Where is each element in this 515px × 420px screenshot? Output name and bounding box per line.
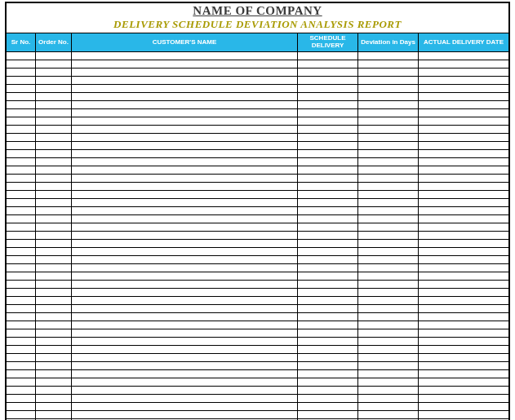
table-cell[interactable] — [7, 248, 36, 255]
table-cell[interactable] — [36, 232, 72, 239]
table-cell[interactable] — [7, 142, 36, 149]
table-cell[interactable] — [72, 354, 298, 361]
table-cell[interactable] — [36, 240, 72, 247]
table-cell[interactable] — [72, 378, 298, 386]
table-cell[interactable] — [7, 346, 36, 353]
table-cell[interactable] — [298, 207, 358, 214]
table-cell[interactable] — [72, 85, 298, 92]
table-cell[interactable] — [419, 158, 508, 166]
table-cell[interactable] — [358, 362, 419, 369]
table-cell[interactable] — [36, 77, 72, 84]
table-cell[interactable] — [7, 354, 36, 361]
table-cell[interactable] — [7, 378, 36, 386]
table-cell[interactable] — [358, 240, 419, 247]
table-cell[interactable] — [419, 215, 508, 223]
table-cell[interactable] — [358, 395, 419, 402]
table-cell[interactable] — [419, 52, 508, 60]
table-cell[interactable] — [7, 191, 36, 198]
table-cell[interactable] — [358, 93, 419, 100]
table-cell[interactable] — [36, 52, 72, 60]
table-cell[interactable] — [7, 272, 36, 280]
table-cell[interactable] — [358, 370, 419, 378]
table-cell[interactable] — [358, 256, 419, 263]
table-cell[interactable] — [298, 329, 358, 337]
table-cell[interactable] — [36, 69, 72, 76]
table-cell[interactable] — [72, 134, 298, 141]
table-cell[interactable] — [358, 69, 419, 76]
table-cell[interactable] — [298, 395, 358, 402]
table-cell[interactable] — [36, 223, 72, 231]
table-cell[interactable] — [298, 60, 358, 68]
table-cell[interactable] — [358, 403, 419, 410]
table-cell[interactable] — [419, 378, 508, 386]
table-cell[interactable] — [298, 85, 358, 92]
table-cell[interactable] — [298, 93, 358, 100]
table-cell[interactable] — [419, 321, 508, 329]
table-cell[interactable] — [298, 387, 358, 394]
table-cell[interactable] — [72, 52, 298, 60]
table-cell[interactable] — [358, 321, 419, 329]
table-cell[interactable] — [419, 272, 508, 280]
table-cell[interactable] — [36, 126, 72, 133]
table-cell[interactable] — [72, 272, 298, 280]
table-cell[interactable] — [358, 411, 419, 418]
table-cell[interactable] — [358, 109, 419, 117]
table-cell[interactable] — [298, 215, 358, 223]
table-cell[interactable] — [72, 223, 298, 231]
table-cell[interactable] — [7, 77, 36, 84]
table-cell[interactable] — [298, 69, 358, 76]
table-cell[interactable] — [419, 101, 508, 108]
table-cell[interactable] — [298, 117, 358, 125]
table-cell[interactable] — [36, 313, 72, 321]
table-cell[interactable] — [358, 60, 419, 68]
table-cell[interactable] — [72, 60, 298, 68]
table-cell[interactable] — [7, 207, 36, 214]
table-cell[interactable] — [7, 158, 36, 166]
table-cell[interactable] — [36, 215, 72, 223]
table-cell[interactable] — [36, 346, 72, 353]
table-cell[interactable] — [358, 346, 419, 353]
table-cell[interactable] — [72, 150, 298, 157]
table-cell[interactable] — [419, 305, 508, 312]
table-cell[interactable] — [419, 166, 508, 174]
table-cell[interactable] — [298, 403, 358, 410]
table-cell[interactable] — [7, 395, 36, 402]
table-cell[interactable] — [419, 346, 508, 353]
table-cell[interactable] — [298, 313, 358, 321]
table-cell[interactable] — [419, 175, 508, 182]
table-cell[interactable] — [7, 264, 36, 272]
table-cell[interactable] — [36, 305, 72, 312]
table-cell[interactable] — [419, 150, 508, 157]
table-cell[interactable] — [7, 134, 36, 141]
table-cell[interactable] — [36, 85, 72, 92]
table-cell[interactable] — [7, 60, 36, 68]
table-cell[interactable] — [419, 60, 508, 68]
table-cell[interactable] — [36, 403, 72, 410]
table-cell[interactable] — [7, 109, 36, 117]
table-cell[interactable] — [7, 370, 36, 378]
table-cell[interactable] — [419, 191, 508, 198]
table-cell[interactable] — [72, 77, 298, 84]
table-cell[interactable] — [358, 175, 419, 182]
table-cell[interactable] — [419, 338, 508, 345]
table-cell[interactable] — [72, 321, 298, 329]
table-cell[interactable] — [7, 338, 36, 345]
table-cell[interactable] — [7, 199, 36, 206]
table-cell[interactable] — [298, 175, 358, 182]
table-cell[interactable] — [7, 281, 36, 288]
table-cell[interactable] — [36, 191, 72, 198]
table-cell[interactable] — [72, 403, 298, 410]
table-cell[interactable] — [358, 264, 419, 272]
table-cell[interactable] — [72, 117, 298, 125]
table-cell[interactable] — [36, 395, 72, 402]
table-cell[interactable] — [7, 313, 36, 321]
table-cell[interactable] — [358, 305, 419, 312]
table-cell[interactable] — [419, 297, 508, 304]
table-cell[interactable] — [419, 313, 508, 321]
table-cell[interactable] — [7, 215, 36, 223]
table-cell[interactable] — [72, 240, 298, 247]
table-cell[interactable] — [7, 297, 36, 304]
table-cell[interactable] — [72, 232, 298, 239]
table-cell[interactable] — [419, 93, 508, 100]
table-cell[interactable] — [298, 411, 358, 418]
